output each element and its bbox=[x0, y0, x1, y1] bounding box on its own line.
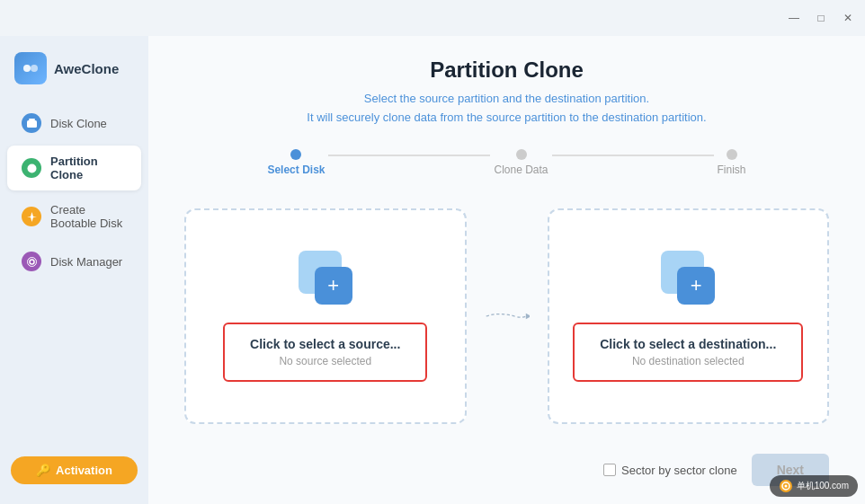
sidebar-item-disk-clone[interactable]: Disk Clone bbox=[7, 104, 141, 142]
svg-point-4 bbox=[27, 164, 36, 172]
maximize-button[interactable]: □ bbox=[815, 12, 827, 24]
logo-area: AweClone bbox=[0, 45, 148, 102]
app-title: AweClone bbox=[54, 61, 119, 76]
steps-bar: Select Disk Clone Data Finish bbox=[184, 149, 829, 176]
close-button[interactable]: ✕ bbox=[842, 12, 854, 24]
subtitle-line1: Select the source partition and the dest… bbox=[364, 92, 649, 105]
subtitle-line2: It will securely clone data from the sou… bbox=[307, 111, 706, 124]
disk-manager-icon bbox=[22, 252, 41, 271]
page-title: Partition Clone bbox=[184, 57, 829, 83]
svg-point-1 bbox=[31, 65, 38, 72]
step-line-2 bbox=[552, 155, 714, 156]
activation-label: Activation bbox=[56, 464, 112, 477]
minimize-button[interactable]: — bbox=[788, 12, 800, 24]
key-icon: 🔑 bbox=[36, 464, 50, 477]
clone-panels: + Click to select a source... No source … bbox=[184, 198, 829, 436]
create-bootable-icon bbox=[22, 207, 41, 226]
sector-checkbox[interactable] bbox=[603, 464, 616, 476]
step-dot-clone-data bbox=[516, 149, 527, 160]
watermark-icon bbox=[779, 479, 793, 493]
dest-plus-icon: + bbox=[661, 251, 715, 305]
destination-panel[interactable]: + Click to select a destination... No de… bbox=[548, 208, 830, 424]
partition-clone-label: Partition Clone bbox=[50, 155, 127, 181]
step-label-select-disk: Select Disk bbox=[267, 164, 325, 176]
sidebar-item-create-bootable[interactable]: Create Bootable Disk bbox=[7, 194, 141, 239]
svg-rect-2 bbox=[27, 120, 37, 128]
disk-clone-label: Disk Clone bbox=[50, 117, 107, 130]
source-panel[interactable]: + Click to select a source... No source … bbox=[184, 208, 467, 424]
main-content: Partition Clone Select the source partit… bbox=[148, 36, 865, 504]
sidebar-item-disk-manager[interactable]: Disk Manager bbox=[7, 243, 141, 280]
sidebar-item-partition-clone[interactable]: Partition Clone bbox=[7, 146, 141, 190]
disk-clone-icon bbox=[22, 113, 41, 133]
watermark: 单机100.com bbox=[770, 475, 858, 497]
step-label-finish: Finish bbox=[718, 164, 746, 176]
source-select-label: Click to select a source... bbox=[250, 337, 400, 351]
step-dot-select-disk bbox=[290, 149, 301, 160]
sector-check[interactable]: Sector by sector clone bbox=[603, 464, 737, 477]
dest-select-sublabel: No destination selected bbox=[600, 355, 776, 367]
step-label-clone-data: Clone Data bbox=[494, 164, 548, 176]
svg-point-5 bbox=[30, 260, 34, 264]
sidebar: AweClone Disk Clone Partition Clone bbox=[0, 36, 148, 504]
step-select-disk: Select Disk bbox=[267, 149, 325, 176]
source-select-box[interactable]: Click to select a source... No source se… bbox=[223, 323, 427, 382]
step-clone-data: Clone Data bbox=[494, 149, 548, 176]
dest-select-label: Click to select a destination... bbox=[600, 337, 776, 351]
dest-select-box[interactable]: Click to select a destination... No dest… bbox=[573, 323, 803, 382]
bottom-bar: Sector by sector clone Next bbox=[184, 450, 829, 486]
svg-point-10 bbox=[784, 485, 787, 488]
app-body: AweClone Disk Clone Partition Clone bbox=[0, 36, 865, 504]
step-dot-finish bbox=[727, 149, 737, 160]
partition-clone-icon bbox=[22, 158, 41, 178]
page-subtitle: Select the source partition and the dest… bbox=[184, 90, 829, 128]
source-icon-fg: + bbox=[315, 267, 352, 305]
arrow-wrap bbox=[485, 307, 530, 325]
dest-icon-fg: + bbox=[677, 267, 715, 305]
title-bar: — □ ✕ bbox=[0, 0, 865, 36]
step-finish: Finish bbox=[718, 149, 746, 176]
logo-icon bbox=[14, 52, 47, 84]
svg-point-0 bbox=[23, 65, 31, 72]
svg-marker-7 bbox=[525, 314, 529, 320]
sector-label: Sector by sector clone bbox=[621, 464, 737, 477]
sidebar-bottom: 🔑 Activation bbox=[0, 446, 148, 495]
disk-manager-label: Disk Manager bbox=[50, 255, 122, 269]
watermark-text: 单机100.com bbox=[797, 480, 849, 492]
arrow-icon bbox=[485, 307, 530, 325]
source-select-sublabel: No source selected bbox=[250, 355, 400, 367]
svg-rect-3 bbox=[29, 119, 35, 120]
source-plus-icon: + bbox=[299, 251, 352, 305]
activation-button[interactable]: 🔑 Activation bbox=[11, 456, 138, 484]
svg-point-6 bbox=[27, 257, 36, 266]
create-bootable-label: Create Bootable Disk bbox=[50, 203, 127, 230]
step-line-1 bbox=[328, 155, 490, 156]
